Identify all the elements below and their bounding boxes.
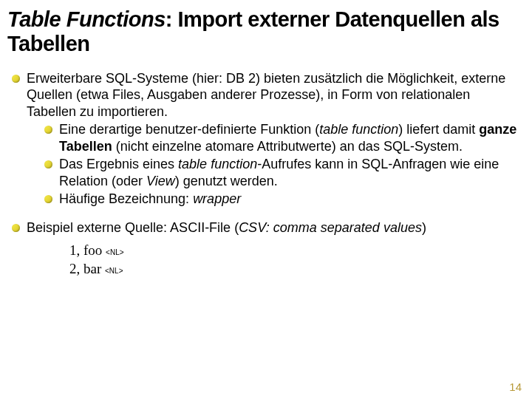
title-emphasis: Table Functions	[7, 7, 166, 31]
bullet-level1: Erweiterbare SQL-Systeme (hier: DB 2) bi…	[10, 70, 517, 208]
text: ) liefert damit	[398, 122, 479, 137]
text: ) genutzt werden.	[175, 174, 278, 188]
text-italic: table function	[319, 122, 398, 137]
bullet-level2: Das Ergebnis eines table function-Aufruf…	[43, 156, 517, 189]
bullet-level1: Beispiel externe Quelle: ASCII-File (CSV…	[10, 219, 517, 279]
text: Häufige Bezeichnung:	[59, 191, 193, 206]
text-italic: wrapper	[193, 191, 241, 206]
text: )	[422, 220, 426, 235]
example-line: 2, bar <NL>	[69, 260, 517, 279]
example-block: 1, foo <NL> 2, bar <NL>	[69, 242, 517, 278]
slide-title: Table Functions: Import externer Datenqu…	[7, 7, 517, 57]
example-line: 1, foo <NL>	[69, 242, 517, 260]
bullet-list: Erweiterbare SQL-Systeme (hier: DB 2) bi…	[10, 70, 517, 279]
text: Beispiel externe Quelle: ASCII-File (	[27, 220, 239, 235]
text-italic: table function	[178, 157, 257, 171]
text: Eine derartige benutzer-definierte Funkt…	[59, 122, 319, 137]
example-text: 1, foo	[69, 242, 106, 258]
bullet-text: Erweiterbare SQL-Systeme (hier: DB 2) bi…	[27, 71, 505, 119]
newline-marker: <NL>	[106, 248, 123, 256]
bullet-level2: Häufige Bezeichnung: wrapper	[43, 191, 517, 208]
text-italic: CSV: comma separated values	[239, 220, 422, 235]
text: Das Ergebnis eines	[59, 157, 178, 171]
page-number: 14	[509, 381, 522, 393]
bullet-level2: Eine derartige benutzer-definierte Funkt…	[43, 121, 517, 154]
text-italic: View	[146, 174, 175, 188]
newline-marker: <NL>	[105, 267, 123, 275]
text: (nicht einzelne atomare Attributwerte) a…	[112, 139, 463, 154]
example-text: 2, bar	[69, 261, 105, 276]
